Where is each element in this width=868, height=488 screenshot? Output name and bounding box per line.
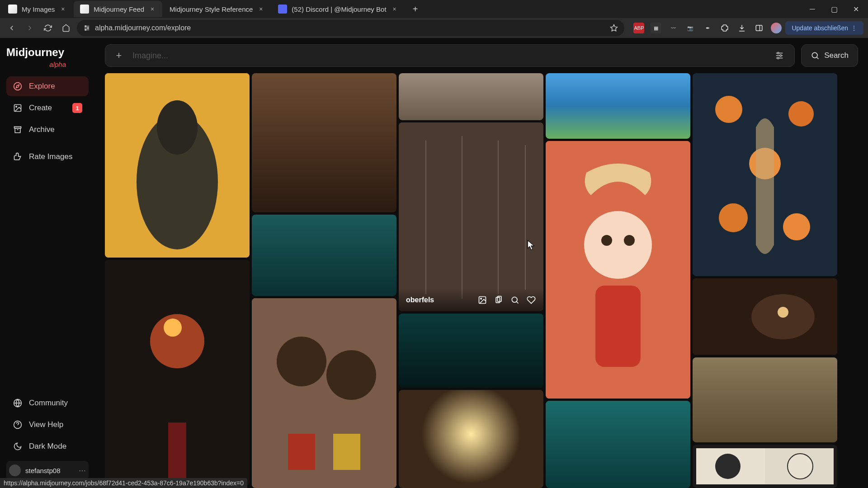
- gallery-tile[interactable]: [546, 73, 690, 139]
- sidebar-item-darkmode[interactable]: Dark Mode: [6, 436, 89, 456]
- browser-tab[interactable]: Midjourney Style Reference ×: [163, 1, 271, 17]
- browser-tab[interactable]: (52) Discord | @Midjourney Bot ×: [272, 1, 404, 17]
- gallery-tile[interactable]: [399, 73, 543, 120]
- svg-rect-38: [288, 434, 315, 470]
- tile-overlay: oberfels: [399, 289, 543, 311]
- svg-point-12: [16, 106, 17, 108]
- back-button[interactable]: [5, 21, 19, 35]
- svg-point-5: [85, 29, 86, 31]
- close-window-button[interactable]: ✕: [845, 0, 866, 18]
- browser-tab[interactable]: My Images ×: [2, 1, 73, 17]
- gallery-tile[interactable]: [252, 298, 396, 488]
- svg-line-27: [817, 57, 819, 59]
- sidebar-item-help[interactable]: View Help: [6, 415, 89, 435]
- svg-point-3: [85, 26, 86, 27]
- gallery-tile[interactable]: [693, 445, 837, 488]
- copy-action-icon[interactable]: [494, 295, 504, 305]
- sidebar-item-explore[interactable]: Explore: [6, 76, 89, 96]
- svg-line-50: [517, 302, 519, 304]
- sidebar-item-create[interactable]: Create 1: [6, 98, 89, 118]
- menu-icon[interactable]: ⋮: [851, 24, 857, 32]
- search-action-icon[interactable]: [510, 295, 520, 305]
- extension-icon[interactable]: ABP: [633, 23, 644, 33]
- reload-button[interactable]: [41, 21, 55, 35]
- badge: 1: [72, 103, 82, 113]
- sidebar-item-rate[interactable]: Rate Images: [6, 147, 89, 167]
- gallery-tile[interactable]: [693, 278, 837, 355]
- status-bar: https://alpha.midjourney.com/jobs/68f72d…: [0, 478, 247, 488]
- svg-rect-34: [168, 422, 186, 481]
- gallery-tile[interactable]: [105, 73, 250, 258]
- gallery-tile[interactable]: [399, 390, 543, 488]
- svg-point-64: [778, 307, 788, 318]
- close-icon[interactable]: ×: [59, 5, 66, 13]
- sidepanel-icon[interactable]: [754, 23, 764, 33]
- settings-icon[interactable]: [774, 51, 787, 61]
- close-icon[interactable]: ×: [149, 5, 156, 13]
- search-icon: [811, 51, 820, 60]
- image-icon: [13, 103, 23, 113]
- svg-point-52: [584, 211, 652, 279]
- gallery-tile[interactable]: [546, 141, 690, 399]
- extension-icon[interactable]: ✒: [702, 23, 713, 33]
- close-icon[interactable]: ×: [257, 5, 264, 13]
- sidebar: Midjourney alpha Explore Create 1 Archiv…: [0, 38, 95, 488]
- extensions-row: ABP ▦ 〰 📷 ✒: [633, 23, 782, 33]
- update-button[interactable]: Update abschließen ⋮: [785, 21, 863, 35]
- maximize-button[interactable]: ▢: [824, 0, 844, 18]
- minimize-button[interactable]: ─: [802, 0, 823, 18]
- svg-point-61: [783, 213, 810, 240]
- gallery-tile[interactable]: [693, 73, 837, 276]
- extension-icon[interactable]: 〰: [668, 23, 679, 33]
- browser-tab[interactable]: Midjourney Feed ×: [74, 1, 162, 17]
- svg-point-46: [481, 298, 482, 300]
- extension-icon[interactable]: 📷: [685, 23, 696, 33]
- svg-rect-40: [399, 122, 543, 311]
- gallery-tile[interactable]: [105, 260, 250, 486]
- tile-author[interactable]: oberfels: [406, 296, 434, 304]
- thumbs-up-icon: [13, 152, 23, 162]
- gallery-tile[interactable]: [546, 401, 690, 488]
- svg-point-54: [624, 235, 635, 246]
- browser-toolbar: alpha.midjourney.com/explore ABP ▦ 〰 📷 ✒…: [0, 18, 868, 38]
- bookmark-icon[interactable]: [610, 24, 618, 32]
- site-settings-icon[interactable]: [83, 24, 90, 32]
- svg-point-57: [715, 96, 742, 123]
- address-bar[interactable]: alpha.midjourney.com/explore: [77, 20, 624, 36]
- heart-icon[interactable]: [526, 295, 536, 305]
- more-icon[interactable]: ⋯: [79, 466, 86, 475]
- gallery-tile[interactable]: [693, 357, 837, 443]
- svg-rect-35: [252, 298, 396, 488]
- search-button[interactable]: Search: [801, 44, 858, 67]
- extensions-menu-icon[interactable]: [719, 23, 730, 33]
- svg-point-49: [512, 297, 517, 302]
- gallery-tile[interactable]: [399, 314, 543, 388]
- download-icon[interactable]: [736, 23, 747, 33]
- prompt-input[interactable]: [132, 51, 767, 61]
- prompt-bar[interactable]: +: [105, 44, 795, 67]
- new-tab-button[interactable]: +: [408, 2, 423, 16]
- sidebar-label: Archive: [29, 125, 55, 134]
- svg-rect-55: [595, 286, 641, 367]
- home-button[interactable]: [59, 21, 73, 35]
- gallery-tile[interactable]: [252, 215, 396, 296]
- forward-button[interactable]: [23, 21, 37, 35]
- svg-point-30: [157, 100, 198, 155]
- profile-icon[interactable]: [771, 23, 782, 33]
- moon-icon: [13, 441, 23, 451]
- close-icon[interactable]: ×: [391, 5, 398, 13]
- gallery-tile[interactable]: oberfels: [399, 122, 543, 311]
- image-action-icon[interactable]: [477, 295, 487, 305]
- tab-favicon: [278, 5, 287, 14]
- extension-icon[interactable]: ▦: [651, 23, 661, 33]
- user-menu[interactable]: stefanstp08 ⋯: [6, 461, 89, 480]
- globe-icon: [13, 398, 23, 408]
- plus-icon[interactable]: +: [113, 49, 125, 62]
- logo[interactable]: Midjourney: [6, 46, 89, 59]
- svg-point-58: [788, 101, 814, 127]
- gallery-tile[interactable]: [252, 73, 396, 212]
- tab-title: (52) Discord | @Midjourney Bot: [292, 5, 386, 13]
- svg-point-67: [715, 454, 741, 479]
- sidebar-item-archive[interactable]: Archive: [6, 120, 89, 140]
- sidebar-item-community[interactable]: Community: [6, 393, 89, 413]
